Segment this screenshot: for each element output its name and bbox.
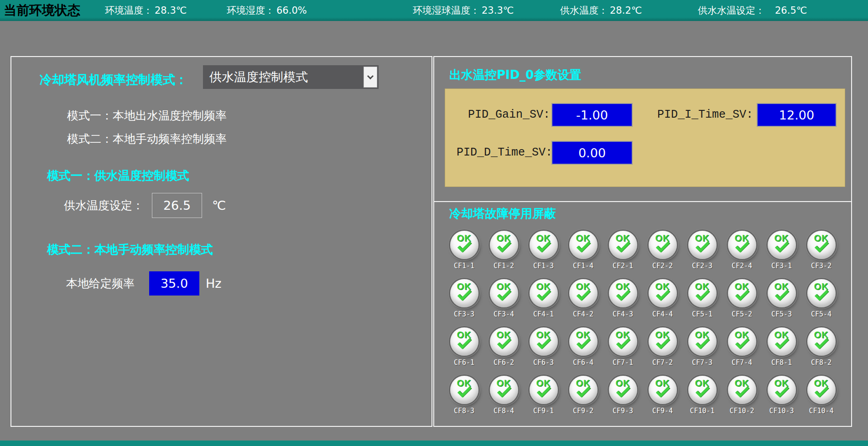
fault-mask-button-label: CF4-1 [533,310,554,318]
fault-mask-button[interactable]: OK CF2-4 [722,229,762,278]
ok-icon: OK [530,279,558,307]
fault-mask-button[interactable]: OK CF8-1 [762,326,801,374]
fault-mask-button-grid: OK CF1-1 OK CF1-2 OK CF1-3 [444,229,841,423]
pid-gain-label: PID_Gain_SV: [463,103,550,127]
fault-mask-button-label: CF7-1 [613,358,633,367]
fault-mask-button[interactable]: OK CF7-1 [603,326,643,374]
dropdown-arrow-button[interactable] [364,67,377,88]
env-reading-value: 28.2℃ [610,5,642,16]
pid-settings-panel: 出水温控PID_0参数设置 PID_Gain_SV: -1.00 PID_I_T… [433,56,852,202]
fault-mask-button[interactable]: OK CF10-3 [762,374,801,423]
pid-itime-label: PID_I_Time_SV: [650,103,753,127]
ok-icon: OK [807,279,836,307]
ok-icon: OK [530,327,558,356]
env-reading-value: 66.0% [276,5,307,16]
fault-mask-button-label: CF9-3 [613,407,633,415]
fault-mask-button[interactable]: OK CF10-1 [682,374,722,423]
fault-mask-button[interactable]: OK CF2-3 [682,229,722,278]
environment-status-bar: 当前环境状态 环境温度： 28.3℃ 环境湿度： 66.0% 环境湿球温度： 2… [0,0,868,21]
fault-mask-button-label: CF2-1 [613,262,633,270]
fault-mask-button[interactable]: OK CF7-2 [643,326,682,374]
env-reading: 供水水温设定： 26.5℃ [698,0,807,21]
fault-mask-button-label: CF5-3 [771,310,792,318]
fault-mask-button[interactable]: OK CF6-4 [563,326,603,374]
ok-icon: OK [609,279,637,307]
fault-mask-button-label: CF9-1 [533,407,554,415]
ok-icon: OK [450,231,478,259]
fault-mask-button[interactable]: OK CF7-4 [722,326,762,374]
fault-mask-button[interactable]: OK CF1-4 [563,229,603,278]
ok-icon: OK [728,327,756,356]
ok-icon: OK [728,279,756,307]
fault-mask-button[interactable]: OK CF5-4 [801,278,841,326]
fault-mask-button-label: CF7-3 [692,358,712,367]
fault-mask-button[interactable]: OK CF1-2 [484,229,524,278]
fault-mask-button[interactable]: OK CF3-2 [801,229,841,278]
fault-mask-button[interactable]: OK CF2-1 [603,229,643,278]
fault-mask-button-label: CF1-3 [533,262,554,270]
env-reading: 供水温度： 28.2℃ [560,0,642,21]
fault-mask-button[interactable]: OK CF9-3 [603,374,643,423]
env-reading-value: 28.3℃ [155,5,187,16]
fault-mask-button[interactable]: OK CF7-3 [682,326,722,374]
ok-icon: OK [688,327,717,356]
local-freq-label: 本地给定频率 [66,276,135,291]
fault-mask-button[interactable]: OK CF4-3 [603,278,643,326]
supply-temp-input[interactable]: 26.5 [152,193,202,218]
pid-itime-input[interactable]: 12.00 [757,103,837,127]
env-reading: 环境湿度： 66.0% [227,0,307,21]
env-reading-label: 供水温度： [560,4,608,17]
fault-mask-button[interactable]: OK CF4-1 [524,278,563,326]
fault-mask-button[interactable]: OK CF3-1 [762,229,801,278]
ok-icon: OK [688,376,717,404]
fault-mask-button[interactable]: OK CF4-4 [643,278,682,326]
env-reading-label: 供水水温设定： [698,4,765,17]
fault-mask-button-label: CF5-1 [692,310,712,318]
ok-icon: OK [450,327,478,356]
ok-icon: OK [649,279,677,307]
fault-mask-button[interactable]: OK CF9-1 [524,374,563,423]
ok-icon: OK [569,231,598,259]
fault-mask-button[interactable]: OK CF6-3 [524,326,563,374]
ok-icon: OK [807,231,836,259]
fault-mask-button-label: CF6-4 [573,358,593,367]
fault-mask-button[interactable]: OK CF5-3 [762,278,801,326]
ok-icon: OK [609,327,637,356]
ok-icon: OK [649,376,677,404]
fault-mask-button[interactable]: OK CF10-2 [722,374,762,423]
ok-icon: OK [688,279,717,307]
fault-mask-button[interactable]: OK CF8-2 [801,326,841,374]
pid-dtime-input[interactable]: 0.00 [551,141,633,165]
fault-mask-button[interactable]: OK CF4-2 [563,278,603,326]
fault-mask-button-label: CF8-4 [494,407,514,415]
fault-mask-button[interactable]: OK CF8-3 [444,374,484,423]
pid-parameter-box: PID_Gain_SV: -1.00 PID_I_Time_SV: 12.00 … [445,88,845,187]
fault-mask-button[interactable]: OK CF1-1 [444,229,484,278]
fault-mask-button[interactable]: OK CF3-4 [484,278,524,326]
ok-icon: OK [609,376,637,404]
fault-mask-button[interactable]: OK CF5-1 [682,278,722,326]
fault-mask-button[interactable]: OK CF3-3 [444,278,484,326]
mode2-title: 模式二：本地手动频率控制模式 [47,242,213,258]
fault-mask-button[interactable]: OK CF1-3 [524,229,563,278]
chevron-down-icon [367,73,374,79]
fault-mask-button-label: CF1-4 [573,262,593,270]
local-freq-row: 本地给定频率 35.0 Hz [66,271,221,296]
fault-mask-button[interactable]: OK CF6-1 [444,326,484,374]
ok-icon: OK [569,376,598,404]
fault-mask-button[interactable]: OK CF9-2 [563,374,603,423]
fault-mask-button[interactable]: OK CF2-2 [643,229,682,278]
fault-mask-button-label: CF8-1 [771,358,792,367]
pid-gain-input[interactable]: -1.00 [551,103,633,127]
local-freq-input[interactable]: 35.0 [149,271,199,296]
fault-mask-button[interactable]: OK CF6-2 [484,326,524,374]
ok-icon: OK [530,376,558,404]
fault-mask-button[interactable]: OK CF9-4 [643,374,682,423]
ok-icon: OK [649,231,677,259]
mode-select-dropdown[interactable]: 供水温度控制模式 [203,65,379,89]
bottom-status-strip [0,441,868,446]
fault-mask-button[interactable]: OK CF8-4 [484,374,524,423]
fault-mask-button-label: CF4-4 [652,310,673,318]
fault-mask-button[interactable]: OK CF10-4 [801,374,841,423]
fault-mask-button[interactable]: OK CF5-2 [722,278,762,326]
